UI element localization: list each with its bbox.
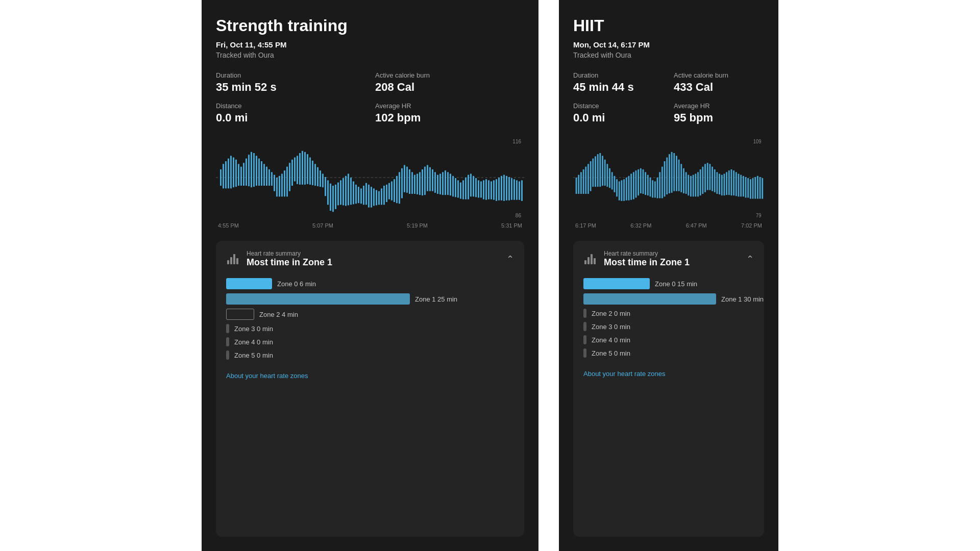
svg-rect-207 (762, 178, 763, 199)
zone-2-item: Zone 2 4 min (226, 309, 514, 320)
hiit-zone-4-label: Zone 4 0 min (592, 336, 630, 344)
svg-rect-70 (391, 181, 393, 200)
hiit-hr-chevron-icon[interactable]: ⌃ (746, 254, 754, 265)
svg-rect-194 (731, 169, 732, 195)
svg-rect-122 (227, 260, 229, 264)
svg-rect-8 (233, 158, 234, 188)
svg-rect-55 (353, 181, 354, 204)
svg-rect-166 (664, 161, 666, 196)
hiit-about-link[interactable]: About your heart rate zones (583, 370, 665, 378)
svg-rect-37 (307, 154, 308, 184)
svg-rect-165 (662, 167, 663, 198)
svg-rect-116 (508, 177, 510, 201)
svg-rect-89 (439, 174, 441, 195)
svg-rect-96 (457, 180, 459, 197)
svg-rect-29 (286, 167, 288, 197)
strength-distance-stat: Distance 0.0 mi (216, 102, 365, 124)
svg-rect-7 (230, 156, 232, 188)
svg-rect-54 (350, 178, 352, 205)
svg-rect-163 (657, 178, 658, 198)
svg-rect-12 (243, 163, 244, 186)
strength-about-link[interactable]: About your heart rate zones (226, 372, 308, 380)
strength-stats: Duration 35 min 52 s Active calorie burn… (216, 71, 524, 124)
svg-rect-99 (465, 178, 467, 199)
svg-rect-60 (365, 183, 367, 205)
svg-rect-19 (261, 161, 262, 186)
svg-rect-34 (299, 153, 301, 185)
hiit-hr-summary-left: Heart rate summary Most time in Zone 1 (583, 250, 690, 268)
hiit-zone-3-bar (583, 322, 586, 331)
svg-rect-154 (635, 170, 637, 197)
svg-rect-35 (302, 151, 303, 185)
strength-hr-summary: Heart rate summary Most time in Zone 1 ⌃… (216, 241, 524, 537)
svg-rect-121 (521, 180, 523, 201)
svg-rect-102 (473, 176, 474, 197)
strength-calories-value: 208 Cal (375, 81, 524, 94)
svg-rect-188 (717, 172, 718, 194)
hiit-date: Mon, Oct 14, 6:17 PM (573, 40, 764, 49)
svg-rect-77 (409, 169, 410, 194)
strength-time-2: 5:07 PM (312, 222, 333, 229)
svg-rect-191 (724, 174, 725, 196)
svg-rect-208 (584, 260, 586, 264)
svg-rect-39 (312, 161, 313, 185)
svg-rect-148 (621, 180, 623, 201)
svg-rect-152 (630, 174, 632, 200)
svg-rect-52 (345, 176, 347, 206)
svg-rect-169 (671, 152, 673, 193)
svg-rect-42 (320, 170, 321, 187)
svg-rect-199 (743, 176, 744, 197)
svg-rect-117 (511, 178, 512, 200)
hiit-avghr-value: 95 bpm (674, 111, 764, 124)
svg-rect-183 (704, 164, 706, 192)
svg-rect-9 (235, 160, 237, 187)
svg-rect-176 (688, 175, 689, 196)
svg-rect-112 (498, 178, 500, 201)
zone-3-bar (226, 324, 229, 333)
svg-rect-67 (383, 186, 385, 205)
svg-rect-75 (404, 165, 405, 192)
svg-rect-56 (355, 185, 357, 204)
strength-hr-summary-header: Heart rate summary Most time in Zone 1 ⌃ (226, 250, 514, 268)
svg-rect-118 (513, 179, 515, 200)
strength-tracked: Tracked with Oura (216, 51, 524, 59)
svg-rect-193 (728, 170, 730, 195)
hiit-time-2: 6:32 PM (630, 222, 651, 229)
svg-rect-151 (628, 176, 630, 201)
svg-rect-146 (616, 179, 618, 196)
svg-rect-74 (401, 168, 403, 198)
svg-rect-149 (623, 179, 625, 201)
svg-rect-175 (685, 172, 687, 194)
strength-chart: 116 86 (216, 137, 524, 218)
hiit-tracked: Tracked with Oura (573, 51, 764, 59)
page-wrapper: Strength training Fri, Oct 11, 4:55 PM T… (0, 0, 980, 551)
hiit-zone-2-bar (583, 309, 586, 318)
svg-rect-134 (587, 164, 589, 194)
hiit-time-4: 7:02 PM (741, 222, 762, 229)
svg-rect-139 (599, 153, 601, 187)
svg-rect-181 (700, 169, 701, 195)
hiit-zone-1-label: Zone 1 30 min (721, 295, 764, 303)
svg-rect-44 (325, 177, 326, 196)
hiit-chart-svg: 109 79 (573, 137, 764, 218)
svg-rect-20 (263, 164, 265, 186)
strength-hr-chevron-icon[interactable]: ⌃ (506, 254, 514, 265)
svg-rect-174 (683, 168, 684, 193)
svg-rect-211 (594, 258, 596, 264)
strength-title: Strength training (216, 16, 524, 35)
svg-rect-141 (604, 160, 606, 186)
spacer-left (0, 0, 202, 551)
svg-rect-25 (276, 178, 278, 196)
svg-rect-204 (754, 177, 756, 199)
svg-text:86: 86 (516, 213, 521, 218)
zone-0-item: Zone 0 6 min (226, 278, 514, 289)
zone-0-bar-container (226, 278, 272, 289)
hiit-distance-label: Distance (573, 102, 664, 110)
svg-rect-105 (480, 181, 482, 197)
hiit-distance-value: 0.0 mi (573, 111, 664, 124)
hiit-zone-1-bar-container (583, 293, 716, 305)
hiit-zone-0-bar (583, 278, 650, 289)
svg-rect-120 (519, 181, 520, 199)
svg-rect-185 (709, 164, 710, 190)
svg-rect-78 (411, 172, 413, 194)
